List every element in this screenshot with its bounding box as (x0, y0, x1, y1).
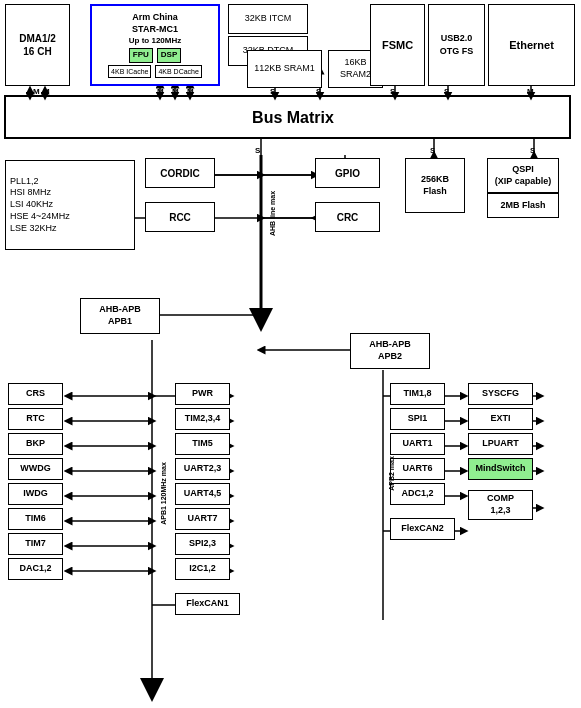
svg-text:S: S (530, 146, 536, 155)
gpio-box: GPIO (315, 158, 380, 188)
iwdg-box: IWDG (8, 483, 63, 505)
ethernet-box: Ethernet (488, 4, 575, 86)
fpu-label: FPU (133, 50, 149, 60)
uart45-label: UART4,5 (184, 488, 222, 500)
rcc-label: RCC (169, 211, 191, 224)
adc12-label: ADC1,2 (401, 488, 433, 500)
exti-box: EXTI (468, 408, 533, 430)
qspi-label: QSPI(XIP capable) (495, 164, 551, 187)
svg-text:S: S (430, 146, 436, 155)
svg-text:M: M (172, 87, 179, 96)
svg-text:S: S (390, 87, 396, 96)
i2c12-label: I2C1,2 (189, 563, 216, 575)
uart6-box: UART6 (390, 458, 445, 480)
spi1-box: SPI1 (390, 408, 445, 430)
flash256-box: 256KBFlash (405, 158, 465, 213)
comp123-label: COMP1,2,3 (487, 493, 514, 516)
qspi-box: QSPI(XIP capable) (487, 158, 559, 193)
tim18-label: TIM1,8 (403, 388, 431, 400)
crc-box: CRC (315, 202, 380, 232)
tim234-label: TIM2,3,4 (185, 413, 221, 425)
ahb-line-label: AHB line max (269, 191, 276, 236)
svg-text:M: M (187, 87, 194, 96)
cpu-box: Arm China STAR-MC1 Up to 120MHz FPU DSP … (90, 4, 220, 86)
bkp-box: BKP (8, 433, 63, 455)
iwdg-label: IWDG (23, 488, 48, 500)
apb1-line-label: APB1 120MHz max (160, 462, 167, 525)
wwdg-box: WWDG (8, 458, 63, 480)
itcm-box: 32KB ITCM (228, 4, 308, 34)
uart23-label: UART2,3 (184, 463, 222, 475)
bkp-label: BKP (26, 438, 45, 450)
uart6-label: UART6 (402, 463, 432, 475)
rtc-label: RTC (26, 413, 45, 425)
flash2mb-box: 2MB Flash (487, 193, 559, 218)
tim5-label: TIM5 (192, 438, 213, 450)
tim7-label: TIM7 (25, 538, 46, 550)
pwr-label: PWR (192, 388, 213, 400)
usb-label: USB2.0OTG FS (440, 32, 474, 57)
apb2-line-label: APB2 max (388, 456, 395, 491)
tim6-box: TIM6 (8, 508, 63, 530)
spi1-label: SPI1 (408, 413, 428, 425)
fsmc-label: FSMC (382, 38, 413, 52)
syscfg-label: SYSCFG (482, 388, 519, 400)
dsp-box: DSP (157, 48, 181, 62)
svg-text:M: M (43, 87, 50, 96)
svg-text:M: M (157, 87, 164, 96)
uart45-box: UART4,5 (175, 483, 230, 505)
svg-text:S: S (270, 87, 276, 96)
tim6-label: TIM6 (25, 513, 46, 525)
cordic-box: CORDIC (145, 158, 215, 188)
ahb-apb2-label: AHB-APBAPB2 (369, 339, 411, 362)
lpuart-label: LPUART (482, 438, 519, 450)
flexcan1-box: FlexCAN1 (175, 593, 240, 615)
svg-text:M: M (33, 87, 40, 96)
icache-box: 4KB ICache (108, 65, 151, 78)
pll-label: PLL1,2HSI 8MHzLSI 40KHzHSE 4~24MHzLSE 32… (10, 176, 70, 234)
sram1-label: 112KB SRAM1 (254, 63, 315, 75)
uart7-label: UART7 (187, 513, 217, 525)
usb-box: USB2.0OTG FS (428, 4, 485, 86)
crs-box: CRS (8, 383, 63, 405)
mindswitch-label: MindSwitch (476, 463, 526, 475)
flash2mb-label: 2MB Flash (500, 200, 545, 212)
tim7-box: TIM7 (8, 533, 63, 555)
dma-box: DMA1/216 CH (5, 4, 70, 86)
wwdg-label: WWDG (20, 463, 51, 475)
flexcan2-box: FlexCAN2 (390, 518, 455, 540)
pwr-box: PWR (175, 383, 230, 405)
dac12-label: DAC1,2 (19, 563, 51, 575)
crs-label: CRS (26, 388, 45, 400)
rcc-box: RCC (145, 202, 215, 232)
exti-label: EXTI (490, 413, 510, 425)
ahb-apb1-label: AHB-APBAPB1 (99, 304, 141, 327)
uart1-label: UART1 (402, 438, 432, 450)
ahb-apb2-box: AHB-APBAPB2 (350, 333, 430, 369)
svg-rect-0 (5, 96, 570, 138)
cpu-freq: Up to 120MHz (129, 36, 181, 46)
flexcan1-label: FlexCAN1 (186, 598, 229, 610)
tim18-box: TIM1,8 (390, 383, 445, 405)
sram1-box: 112KB SRAM1 (247, 50, 322, 88)
cordic-label: CORDIC (160, 167, 199, 180)
icache-label: 4KB ICache (111, 67, 148, 76)
ethernet-label: Ethernet (509, 38, 554, 52)
svg-text:S: S (444, 87, 450, 96)
rtc-box: RTC (8, 408, 63, 430)
gpio-label: GPIO (335, 167, 360, 180)
flexcan2-label: FlexCAN2 (401, 523, 444, 535)
uart1-box: UART1 (390, 433, 445, 455)
dcache-label: 4KB DCache (158, 67, 198, 76)
svg-text:Bus Matrix: Bus Matrix (252, 109, 334, 126)
crc-label: CRC (337, 211, 359, 224)
ahb-apb1-box: AHB-APBAPB1 (80, 298, 160, 334)
cpu-name: Arm China (132, 12, 178, 24)
tim5-box: TIM5 (175, 433, 230, 455)
pll-box: PLL1,2HSI 8MHzLSI 40KHzHSE 4~24MHzLSE 32… (5, 160, 135, 250)
cpu-model: STAR-MC1 (132, 24, 178, 36)
dsp-label: DSP (161, 50, 177, 60)
spi23-box: SPI2,3 (175, 533, 230, 555)
mindswitch-box: MindSwitch (468, 458, 533, 480)
tim234-box: TIM2,3,4 (175, 408, 230, 430)
